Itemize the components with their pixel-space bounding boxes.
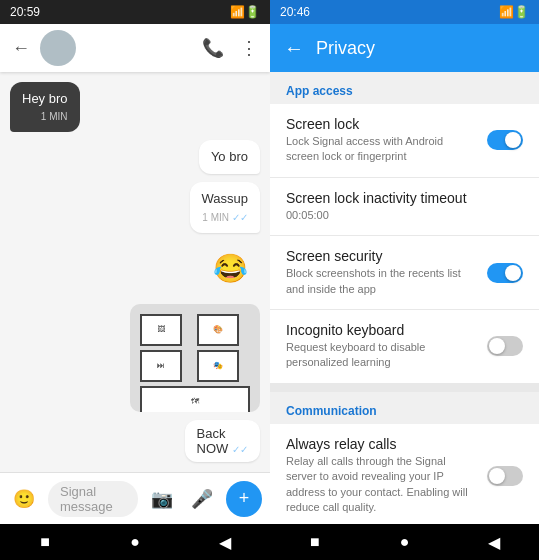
left-nav-bar: ■ ● ◀ <box>0 524 270 560</box>
setting-screen-security-title: Screen security <box>286 248 477 264</box>
chat-placeholder: Signal message <box>60 484 126 514</box>
setting-screen-lock-desc: Lock Signal access with Android screen l… <box>286 134 477 165</box>
back-text: Back <box>197 426 226 441</box>
call-icon[interactable]: 📞 <box>202 37 224 59</box>
frame-2: 🎨 <box>197 314 239 346</box>
setting-always-relay-text: Always relay calls Relay all calls throu… <box>286 436 477 516</box>
setting-incognito-keyboard-title: Incognito keyboard <box>286 322 477 338</box>
message-bubble-outgoing-1: Yo bro <box>199 140 260 174</box>
frame-1: 🖼 <box>140 314 182 346</box>
setting-screen-lock-title: Screen lock <box>286 116 477 132</box>
right-time: 20:46 <box>280 5 310 19</box>
chat-area: Hey bro 1 MIN Yo bro Wassup 1 MIN ✓✓ 😂 🖼 <box>0 72 270 472</box>
frame-3: ⏭ <box>140 350 182 382</box>
setting-incognito-keyboard[interactable]: Incognito keyboard Request keyboard to d… <box>270 310 539 384</box>
nav-square-right[interactable]: ■ <box>299 526 331 558</box>
setting-always-relay-desc: Relay all calls through the Signal serve… <box>286 454 477 516</box>
message-bubble-outgoing-2: Wassup 1 MIN ✓✓ <box>190 182 260 232</box>
nav-circle-right[interactable]: ● <box>388 526 420 558</box>
avatar <box>40 30 76 66</box>
send-button[interactable]: + <box>226 481 262 517</box>
right-status-icons: 📶🔋 <box>499 5 529 19</box>
setting-screen-security[interactable]: Screen security Block screenshots in the… <box>270 236 539 310</box>
mic-button[interactable]: 🎤 <box>186 483 218 515</box>
image-bubble: 🖼 🎨 ⏭ 🎭 🗺 <box>130 304 260 412</box>
chat-input-bar: 🙂 Signal message 📷 🎤 + <box>0 472 270 524</box>
left-time: 20:59 <box>10 5 40 19</box>
right-toolbar: ← Privacy <box>270 24 539 72</box>
setting-screen-lock-timeout-title: Screen lock inactivity timeout <box>286 190 523 206</box>
always-relay-toggle[interactable] <box>487 466 523 486</box>
chat-input[interactable]: Signal message <box>48 481 138 517</box>
message-text: Yo bro <box>211 149 248 164</box>
setting-screen-security-desc: Block screenshots in the recents list an… <box>286 266 477 297</box>
screen-security-toggle[interactable] <box>487 263 523 283</box>
setting-incognito-keyboard-desc: Request keyboard to disable personalized… <box>286 340 477 371</box>
message-text: Hey bro <box>22 91 68 106</box>
setting-screen-lock[interactable]: Screen lock Lock Signal access with Andr… <box>270 104 539 178</box>
back-label-bubble: Back NOW ✓✓ <box>185 420 260 462</box>
right-panel: 20:46 📶🔋 ← Privacy App access Screen loc… <box>270 0 539 560</box>
message-meta: 1 MIN ✓✓ <box>202 211 248 225</box>
setting-always-relay[interactable]: Always relay calls Relay all calls throu… <box>270 424 539 524</box>
screen-lock-toggle[interactable] <box>487 130 523 150</box>
section-divider <box>270 384 539 392</box>
section-header-app-access: App access <box>270 72 539 104</box>
nav-back-right[interactable]: ◀ <box>478 526 510 558</box>
incognito-keyboard-toggle[interactable] <box>487 336 523 356</box>
nav-back-left[interactable]: ◀ <box>209 526 241 558</box>
left-toolbar: ← 📞 ⋮ <box>0 24 270 72</box>
back-icon[interactable]: ← <box>12 38 30 59</box>
setting-screen-lock-timeout-desc: 00:05:00 <box>286 208 523 223</box>
left-panel: 20:59 📶🔋 ← 📞 ⋮ Hey bro 1 MIN Yo bro Wass… <box>0 0 270 560</box>
frame-5: 🗺 <box>140 386 250 412</box>
right-status-bar: 20:46 📶🔋 <box>270 0 539 24</box>
message-meta: 1 MIN <box>22 110 68 124</box>
setting-screen-lock-text: Screen lock Lock Signal access with Andr… <box>286 116 477 165</box>
setting-screen-lock-timeout-text: Screen lock inactivity timeout 00:05:00 <box>286 190 523 223</box>
camera-button[interactable]: 📷 <box>146 483 178 515</box>
more-icon[interactable]: ⋮ <box>240 37 258 59</box>
right-nav-bar: ■ ● ◀ <box>270 524 539 560</box>
right-back-icon[interactable]: ← <box>284 37 304 60</box>
setting-screen-security-text: Screen security Block screenshots in the… <box>286 248 477 297</box>
image-placeholder: 🖼 🎨 ⏭ 🎭 🗺 <box>130 304 260 412</box>
settings-content: App access Screen lock Lock Signal acces… <box>270 72 539 524</box>
privacy-title: Privacy <box>316 38 375 59</box>
frame-4: 🎭 <box>197 350 239 382</box>
toolbar-icons-right: 📞 ⋮ <box>202 37 258 59</box>
message-bubble-incoming: Hey bro 1 MIN <box>10 82 80 132</box>
nav-square-left[interactable]: ■ <box>29 526 61 558</box>
left-status-bar: 20:59 📶🔋 <box>0 0 270 24</box>
setting-incognito-keyboard-text: Incognito keyboard Request keyboard to d… <box>286 322 477 371</box>
nav-circle-left[interactable]: ● <box>119 526 151 558</box>
message-text: Wassup <box>202 191 248 206</box>
setting-always-relay-title: Always relay calls <box>286 436 477 452</box>
setting-screen-lock-timeout[interactable]: Screen lock inactivity timeout 00:05:00 <box>270 178 539 236</box>
section-header-communication: Communication <box>270 392 539 424</box>
emoji-button[interactable]: 🙂 <box>8 483 40 515</box>
left-status-icons: 📶🔋 <box>230 5 260 19</box>
emoji-bubble: 😂 <box>201 241 260 296</box>
back-meta: NOW ✓✓ <box>197 441 248 456</box>
